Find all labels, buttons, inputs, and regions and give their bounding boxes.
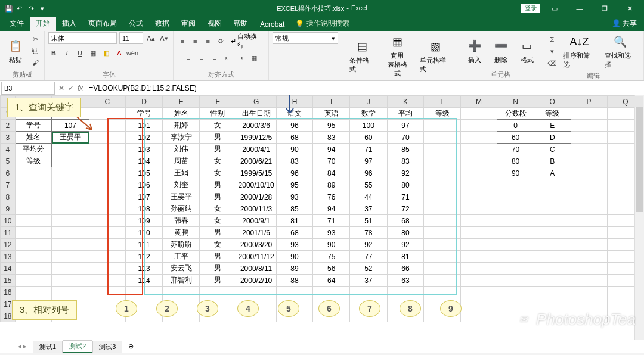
align-center-icon[interactable]: ≡ [196,52,207,63]
cell[interactable]: 荆婷 [163,120,200,132]
cell[interactable]: D [534,132,571,144]
cell[interactable] [571,191,607,203]
cell[interactable] [424,155,461,167]
cell[interactable] [89,251,125,263]
cell[interactable] [607,179,643,191]
cell-styles-button[interactable]: ▧单元格样式 [416,37,455,75]
cell[interactable]: 2000/9/1 [236,215,276,227]
delete-cells-button[interactable]: ➖删除 [489,36,513,66]
cell[interactable] [607,120,643,132]
cell[interactable]: 女 [199,167,236,179]
formula-bar[interactable] [86,82,644,95]
cell[interactable] [460,263,497,275]
cell[interactable] [571,298,607,310]
cell[interactable] [571,263,607,275]
cell[interactable]: 76 [313,191,350,203]
italic-button[interactable]: I [61,48,72,58]
col-header[interactable]: K [387,96,424,108]
increase-font-icon[interactable]: A▴ [145,33,156,43]
cell[interactable]: 李汝宁 [163,132,200,144]
cell[interactable]: 95 [276,179,313,191]
cell[interactable] [15,287,52,298]
cell[interactable]: 68 [276,227,313,239]
col-header[interactable]: G [236,96,276,108]
cell[interactable]: 2000/11/12 [236,251,276,263]
cell[interactable]: 97 [387,120,424,132]
cell[interactable]: 2001/1/6 [236,227,276,239]
cell[interactable]: 2000/10/10 [236,179,276,191]
bottom-align-icon[interactable]: ≡ [203,36,213,46]
enter-formula-icon[interactable]: ✓ [68,84,74,92]
cell[interactable] [571,179,607,191]
cell[interactable]: 92 [387,167,424,179]
cell[interactable] [460,298,497,310]
cell[interactable]: 70 [313,155,350,167]
cell[interactable]: 等级 [534,108,571,120]
cell[interactable]: 77 [350,251,388,263]
cell[interactable] [607,275,643,287]
ribbon-options-icon[interactable]: ▭ [544,5,565,13]
cell[interactable] [387,287,424,298]
cell[interactable]: 等级 [424,108,461,120]
col-header[interactable]: C [89,96,125,108]
cell[interactable] [460,203,497,215]
cell[interactable]: 学号 [15,120,52,132]
cell[interactable] [350,287,388,298]
format-painter-icon[interactable]: 🖌 [30,57,41,68]
cell[interactable]: 56 [313,263,350,275]
sheet-tab-2[interactable]: 测试2 [63,340,92,353]
cell[interactable]: 2000/6/21 [236,155,276,167]
cell[interactable]: 92 [350,239,388,251]
cell[interactable]: 姓名 [163,108,200,120]
cell[interactable]: 60 [497,132,534,144]
cell[interactable]: 韩春 [163,215,200,227]
cell[interactable]: 2000/4/1 [236,144,276,155]
cell[interactable] [236,287,276,298]
cell[interactable]: 88 [276,275,313,287]
cell[interactable]: 52 [350,263,388,275]
cell[interactable]: 94 [313,203,350,215]
cell[interactable] [424,287,461,298]
cell[interactable]: 85 [276,203,313,215]
cell[interactable] [276,287,313,298]
cell[interactable]: 姓名 [15,132,52,144]
cell[interactable] [497,227,534,239]
cell[interactable] [424,251,461,263]
cell[interactable]: 97 [350,155,388,167]
cell[interactable] [89,239,125,251]
cell[interactable]: 刘奎 [163,179,200,191]
cell[interactable] [199,287,236,298]
cell[interactable]: 80 [387,227,424,239]
cell[interactable]: 2000/11/3 [236,203,276,215]
cell[interactable] [15,215,52,227]
share-button[interactable]: 👤 共享 [612,18,644,31]
cell[interactable]: 男 [199,179,236,191]
decrease-indent-icon[interactable]: ⇤ [222,52,233,63]
cell[interactable] [534,287,571,298]
tab-formulas[interactable]: 公式 [123,16,149,31]
cell[interactable]: 55 [350,179,388,191]
cell[interactable] [15,191,52,203]
cell[interactable]: 等级 [15,155,52,167]
cell[interactable]: 83 [313,132,350,144]
fill-icon[interactable]: ▾ [547,46,558,57]
cell[interactable] [89,108,125,120]
row-header[interactable]: 2 [1,120,16,132]
cell[interactable] [460,215,497,227]
cell[interactable] [424,167,461,179]
tell-me[interactable]: 💡操作说明搜索 [295,18,349,31]
cell[interactable]: 苏盼盼 [163,239,200,251]
cell[interactable] [607,298,643,310]
format-cells-button[interactable]: ▭格式 [515,36,539,66]
fill-color-button[interactable]: ◧ [101,48,112,58]
cell[interactable]: 孙丽纳 [163,203,200,215]
cell[interactable]: 37 [350,203,388,215]
cell[interactable]: 103 [125,144,163,155]
cell[interactable] [607,132,643,144]
cell[interactable]: 63 [387,275,424,287]
cell[interactable]: 93 [276,239,313,251]
cell[interactable] [89,132,125,144]
cell[interactable] [460,155,497,167]
autosum-icon[interactable]: Σ [547,34,558,45]
cell[interactable] [534,298,571,310]
